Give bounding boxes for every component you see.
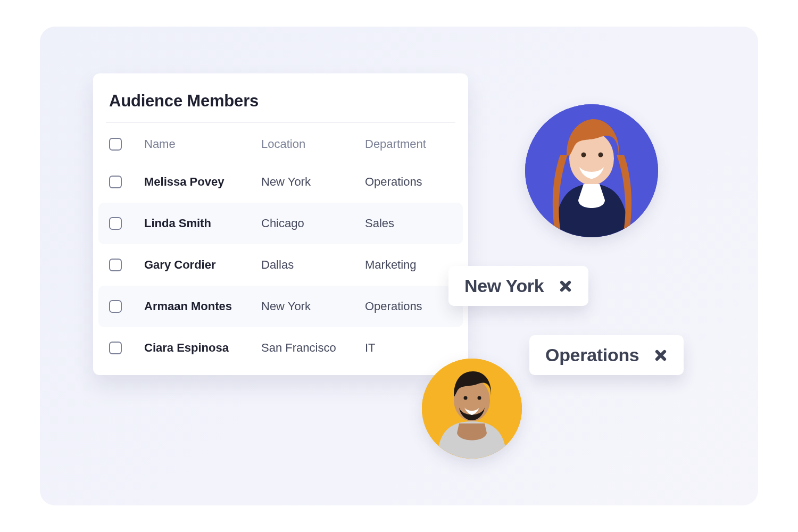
avatar-illustration [422, 359, 522, 459]
row-checkbox[interactable] [109, 217, 122, 230]
column-header-department[interactable]: Department [365, 137, 455, 151]
row-location: Dallas [261, 258, 365, 272]
table-row[interactable]: Linda Smith Chicago Sales [98, 203, 463, 244]
table-row[interactable]: Armaan Montes New York Operations [98, 286, 463, 327]
row-department: Sales [365, 217, 455, 230]
table-row[interactable]: Ciara Espinosa San Francisco IT [98, 327, 463, 369]
row-location: New York [261, 175, 365, 189]
row-department: Operations [365, 300, 455, 313]
divider [106, 122, 455, 123]
filter-chip-department[interactable]: Operations [529, 335, 684, 375]
audience-members-card: Audience Members Name Location Departmen… [93, 73, 468, 375]
card-title: Audience Members [93, 89, 468, 122]
table-row[interactable]: Melissa Povey New York Operations [98, 161, 463, 203]
row-name: Linda Smith [144, 217, 261, 230]
select-all-checkbox[interactable] [109, 138, 122, 151]
row-checkbox[interactable] [109, 259, 122, 271]
row-checkbox[interactable] [109, 176, 122, 188]
close-icon[interactable] [559, 279, 572, 293]
avatar [422, 359, 522, 459]
canvas: Audience Members Name Location Departmen… [40, 27, 758, 505]
row-name: Gary Cordier [144, 258, 261, 272]
row-checkbox[interactable] [109, 342, 122, 354]
row-location: New York [261, 300, 365, 313]
filter-chip-location[interactable]: New York [448, 266, 588, 306]
chip-label: Operations [545, 345, 639, 365]
avatar-illustration [525, 104, 658, 237]
row-location: Chicago [261, 217, 365, 230]
chip-label: New York [464, 276, 544, 296]
svg-point-3 [598, 153, 603, 157]
row-location: San Francisco [261, 341, 365, 355]
svg-point-6 [464, 396, 468, 400]
close-icon[interactable] [654, 348, 668, 362]
svg-point-7 [478, 396, 481, 400]
row-name: Ciara Espinosa [144, 341, 261, 355]
svg-point-2 [581, 153, 586, 157]
table-header-row: Name Location Department [93, 127, 468, 161]
row-checkbox[interactable] [109, 300, 122, 313]
table-row[interactable]: Gary Cordier Dallas Marketing [98, 244, 463, 286]
avatar [525, 104, 658, 237]
row-name: Armaan Montes [144, 300, 261, 313]
row-department: IT [365, 341, 455, 355]
column-header-location[interactable]: Location [261, 137, 365, 151]
column-header-name[interactable]: Name [144, 137, 261, 151]
row-department: Marketing [365, 258, 455, 272]
row-name: Melissa Povey [144, 175, 261, 189]
row-department: Operations [365, 175, 455, 189]
